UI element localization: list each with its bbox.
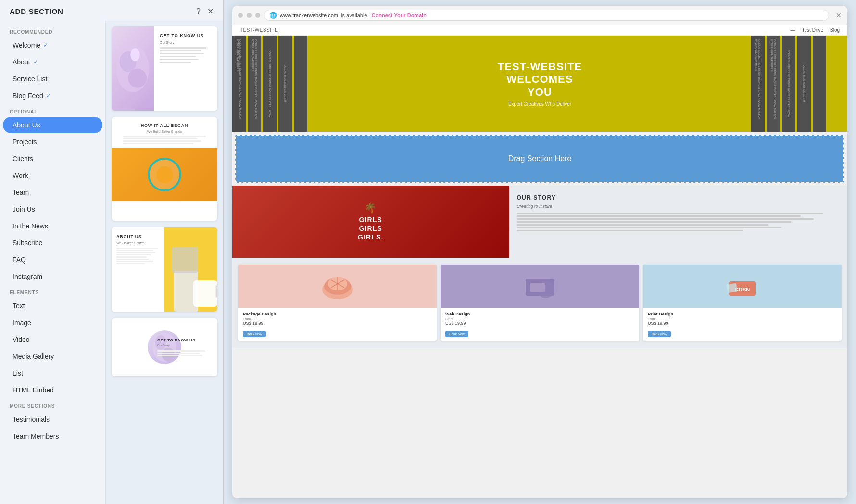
nav-link-1[interactable]: — <box>791 27 795 33</box>
sidebar-item-video[interactable]: Video <box>3 331 102 348</box>
book-right-2: OCEAN BLUEBERRIES DENIM BADNESS EYESHADO… <box>767 36 780 132</box>
close-icon[interactable]: ✕ <box>207 7 214 16</box>
card1-image <box>112 26 154 111</box>
sidebar-item-blog-feed[interactable]: Blog Feed ✓ <box>3 88 102 104</box>
site-name: TEST-WEBSITE <box>240 27 278 33</box>
sidebar-item-faq[interactable]: FAQ <box>3 252 102 268</box>
drag-section[interactable]: Drag Section Here <box>235 135 844 183</box>
sidebar-item-team[interactable]: Team <box>3 184 102 201</box>
book-right-1: OCEAN BLUEBERRIES DENIM BADNESS EYESHADO… <box>751 36 765 132</box>
welcome-label: Welcome <box>13 41 40 49</box>
optional-label: OPTIONAL <box>0 104 105 116</box>
portfolio-btn-1[interactable]: Book Now <box>243 331 266 337</box>
portfolio-section: Package Design From US$ 19.99 Book Now <box>232 258 847 348</box>
portfolio-title-web: Web Design <box>445 312 634 316</box>
story-heading: OUR STORY <box>517 194 840 201</box>
card2-title: HOW IT ALL BEGAN <box>118 123 211 128</box>
url-available-text: is available. <box>341 13 368 18</box>
panel-body: RECOMMENDED Welcome ✓ About ✓ Service Li… <box>0 21 223 504</box>
card2-lines <box>118 136 211 144</box>
connect-domain-link[interactable]: Connect Your Domain <box>372 13 427 18</box>
drag-label: Drag Section Here <box>508 154 572 163</box>
svg-point-2 <box>128 69 147 88</box>
card2-orange <box>156 166 173 183</box>
sidebar-item-welcome[interactable]: Welcome ✓ <box>3 37 102 53</box>
add-section-panel: ADD SECTION ? ✕ RECOMMENDED Welcome ✓ Ab… <box>0 0 224 504</box>
portfolio-price-1: US$ 19.99 <box>243 321 432 326</box>
in-the-news-label: In the News <box>13 222 48 230</box>
book-right-4: OCEAN BLUEBERRIES DENIM <box>797 36 811 132</box>
portfolio-price-label-1: From <box>243 317 432 321</box>
sidebar-item-in-the-news[interactable]: In the News <box>3 218 102 234</box>
hero-books-left: OCEAN BLUEBERRIES DENIM BADNESS EYESHADO… <box>232 36 328 132</box>
book-1: OCEAN BLUEBERRIES DENIM BADNESS EYESHADO… <box>232 36 246 132</box>
blog-feed-label: Blog Feed <box>13 92 43 100</box>
portfolio-btn-3[interactable]: Book Now <box>648 331 671 337</box>
sidebar-item-testimonials[interactable]: Testimonials <box>3 411 102 428</box>
sidebar-item-list[interactable]: List <box>3 365 102 381</box>
portfolio-card-package[interactable]: Package Design From US$ 19.99 Book Now <box>238 265 437 341</box>
card1-purple-bg <box>112 26 154 111</box>
portfolio-info-print: Print Design From US$ 19.99 Book Now <box>643 308 842 341</box>
portfolio-card-web[interactable]: Web Design From US$ 19.99 Book Now <box>441 265 639 341</box>
url-domain: www.trackerwebsite.com <box>280 13 338 18</box>
preview-card-3[interactable]: ABOUT US We Deliver Growth <box>112 227 217 312</box>
work-label: Work <box>13 172 28 179</box>
elements-label: ELEMENTS <box>0 285 105 297</box>
book-2: OCEAN BLUEBERRIES DENIM BADNESS EYESHADO… <box>248 36 261 132</box>
sidebar-item-team-members[interactable]: Team Members <box>3 428 102 444</box>
sidebar-item-work[interactable]: Work <box>3 167 102 184</box>
sidebar-item-clients[interactable]: Clients <box>3 151 102 167</box>
sidebar-item-media-gallery[interactable]: Media Gallery <box>3 348 102 365</box>
card1-subtitle: Our Story <box>160 41 212 44</box>
about-check: ✓ <box>33 59 38 65</box>
preview-card-4[interactable]: GET TO KNOW US Our Story <box>112 318 217 376</box>
portfolio-price-3: US$ 19.99 <box>648 321 837 326</box>
nav-link-blog[interactable]: Blog <box>830 27 840 33</box>
sidebar-item-service-list[interactable]: Service List <box>3 71 102 87</box>
sidebar-item-image[interactable]: Image <box>3 315 102 331</box>
faq-label: FAQ <box>13 256 26 264</box>
team-label: Team <box>13 189 29 196</box>
card3-left: ABOUT US We Deliver Growth <box>112 227 164 312</box>
svg-rect-5 <box>193 280 217 307</box>
portfolio-image-print: CRSN <box>643 265 842 308</box>
portfolio-price-label-3: From <box>648 317 837 321</box>
nav-link-test-drive[interactable]: Test Drive <box>802 27 823 33</box>
sidebar-item-subscribe[interactable]: Subscribe <box>3 235 102 251</box>
portfolio-card-print[interactable]: CRSN Print Design From US$ 19.99 Book No… <box>643 265 842 341</box>
portfolio-title-print: Print Design <box>648 312 837 316</box>
browser-content: OCEAN BLUEBERRIES DENIM BADNESS EYESHADO… <box>232 36 847 498</box>
right-panel: 🌐 www.trackerwebsite.com is available. C… <box>224 0 856 504</box>
card1-lines <box>160 47 212 63</box>
card3-subtitle: We Deliver Growth <box>116 241 160 245</box>
browser-close-button[interactable]: ✕ <box>836 12 842 19</box>
sidebar-item-text[interactable]: Text <box>3 298 102 314</box>
sidebar-item-projects[interactable]: Projects <box>3 134 102 150</box>
hero-text: TEST-WEBSITEWELCOMESYOU Expert Creatives… <box>498 61 582 107</box>
sidebar-item-about-us[interactable]: About Us <box>3 117 102 133</box>
portfolio-btn-2[interactable]: Book Now <box>445 331 468 337</box>
card2-circle <box>148 158 181 191</box>
panel-header-icons: ? ✕ <box>196 7 214 16</box>
help-icon[interactable]: ? <box>196 7 201 16</box>
card4-title: GET TO KNOW US <box>157 338 211 342</box>
preview-card-1[interactable]: GET TO KNOW US Our Story <box>112 26 217 111</box>
sidebar-item-instagram[interactable]: Instagram <box>3 268 102 285</box>
sidebar-item-join-us[interactable]: Join Us <box>3 201 102 217</box>
book-4: OCEAN BLUEBERRIES DENIM <box>278 36 292 132</box>
team-members-label: Team Members <box>13 432 59 440</box>
preview-card-2[interactable]: HOW IT ALL BEGAN We Build Better Brands <box>112 117 217 221</box>
hero-section: OCEAN BLUEBERRIES DENIM BADNESS EYESHADO… <box>232 36 847 132</box>
video-label: Video <box>13 336 30 343</box>
browser-url-bar: 🌐 www.trackerwebsite.com is available. C… <box>264 10 829 21</box>
card4-text: GET TO KNOW US Our Story <box>152 318 211 376</box>
svg-rect-22 <box>726 283 737 293</box>
sidebar-item-about[interactable]: About ✓ <box>3 54 102 70</box>
text-label: Text <box>13 302 25 310</box>
browser-dot-2 <box>247 13 252 18</box>
card4-subtitle: Our Story <box>157 344 211 347</box>
book-right-5 <box>813 36 826 132</box>
sidebar-item-html-embed[interactable]: HTML Embed <box>3 382 102 398</box>
portfolio-price-label-2: From <box>445 317 634 321</box>
